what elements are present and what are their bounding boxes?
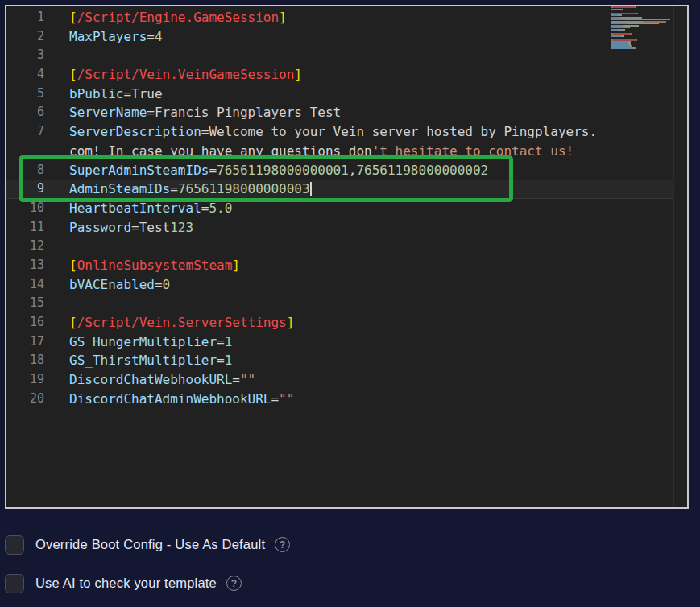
code-line-2[interactable]: 2MaxPlayers=4 (6, 27, 673, 47)
token-key: bVACEnabled (69, 277, 155, 292)
minimap[interactable] (611, 6, 673, 49)
token-key: ServerName (69, 105, 147, 120)
line-number: 13 (6, 256, 44, 275)
code-editor[interactable]: 1[/Script/Engine.GameSession]2MaxPlayers… (5, 5, 689, 509)
token-string: "" (279, 391, 294, 407)
code-line-15[interactable]: 15 (6, 294, 673, 313)
line-number: 3 (6, 46, 44, 65)
line-number: 18 (6, 351, 44, 370)
code-text: AdminSteamIDs=76561198000000003 (44, 180, 673, 199)
token-plain: = (232, 372, 240, 387)
token-key: Password (69, 220, 131, 235)
token-section: OnlineSubsystemSteam (77, 258, 233, 273)
code-line-1[interactable]: 1[/Script/Engine.GameSession] (6, 8, 673, 27)
token-plain: , (349, 163, 357, 178)
code-text: ServerName=Francis Pingplayers Test (44, 103, 673, 122)
token-section: /Script/Vein.ServerSettings (77, 315, 287, 330)
code-text: [/Script/Vein.VeinGameSession] (44, 65, 673, 85)
token-plain: = (217, 334, 225, 349)
line-number: 14 (6, 275, 44, 295)
code-text: HeartbeatInterval=5.0 (44, 199, 673, 218)
token-number: 76561198000000002 (356, 163, 488, 178)
line-number: 5 (6, 85, 44, 104)
token-number: 0 (163, 277, 171, 292)
code-line-10[interactable]: 10HeartbeatInterval=5.0 (6, 199, 673, 218)
line-number: 19 (6, 370, 44, 390)
token-plain: = (155, 277, 163, 292)
token-key: HeartbeatInterval (69, 200, 201, 216)
token-key: bPublic (69, 86, 123, 101)
code-line-18[interactable]: 18GS_ThirstMultiplier=1 (6, 351, 673, 370)
line-number: 10 (6, 199, 44, 218)
token-bracket: [ (69, 10, 77, 25)
line-number: 9 (6, 180, 44, 199)
code-line-14[interactable]: 14bVACEnabled=0 (6, 275, 673, 295)
scrollbar-divider (673, 6, 674, 507)
token-bracket: ] (294, 67, 302, 82)
code-text (44, 46, 673, 65)
line-number: 15 (6, 294, 44, 313)
code-line-9[interactable]: 9AdminSteamIDs=76561198000000003 (6, 180, 673, 199)
token-number: 1 (225, 334, 233, 349)
line-number: 16 (6, 313, 44, 332)
token-key: ServerDescription (69, 124, 201, 139)
token-bracket: [ (69, 67, 77, 82)
token-string: 't hesitate to contact us! (372, 143, 574, 159)
minimap-line (611, 47, 673, 50)
token-number: 76561198000000003 (178, 181, 310, 196)
token-section: /Script/Vein.VeinGameSession (77, 67, 295, 82)
line-number: 1 (6, 8, 44, 27)
code-line-8[interactable]: 8SuperAdminSteamIDs=76561198000000001,76… (6, 161, 673, 180)
code-text: [OnlineSubsystemSteam] (44, 256, 673, 275)
token-number: 76561198000000001 (217, 163, 349, 178)
code-line-11[interactable]: 11Password=Test123 (6, 218, 673, 237)
code-line-12[interactable]: 12 (6, 237, 673, 256)
option-row-override-boot-config: Override Boot Config - Use As Default? (5, 535, 290, 555)
code-line-19[interactable]: 19DiscordChatWebhookURL="" (6, 370, 673, 390)
token-section: /Script/Engine.GameSession (77, 10, 279, 25)
code-line-4[interactable]: 4[/Script/Vein.VeinGameSession] (6, 65, 673, 85)
token-plain: = (201, 200, 209, 216)
code-text: bVACEnabled=0 (44, 275, 673, 295)
checkbox-override-boot-config[interactable] (5, 535, 24, 555)
options-section: Override Boot Config - Use As Default?Us… (5, 535, 290, 593)
line-number: 2 (6, 27, 44, 47)
token-bracket: ] (279, 10, 287, 25)
token-plain: = (217, 353, 225, 368)
token-plain: com! In case you have any questions don (69, 143, 372, 159)
help-icon[interactable]: ? (226, 576, 242, 591)
token-number: 1 (225, 353, 233, 368)
code-text: GS_HungerMultiplier=1 (44, 332, 673, 352)
token-plain: True (131, 86, 163, 101)
code-text: com! In case you have any questions don'… (44, 142, 673, 161)
token-bracket: ] (287, 315, 295, 330)
code-line-13[interactable]: 13[OnlineSubsystemSteam] (6, 256, 673, 275)
code-lines: 1[/Script/Engine.GameSession]2MaxPlayers… (6, 8, 673, 408)
line-number: 4 (6, 65, 44, 85)
code-line-7[interactable]: 7ServerDescription=Welcome to your Vein … (6, 122, 673, 142)
code-text: GS_ThirstMultiplier=1 (44, 351, 673, 370)
token-key: AdminSteamIDs (69, 181, 170, 196)
option-label-override-boot-config: Override Boot Config - Use As Default (35, 537, 265, 552)
code-line-3[interactable]: 3 (6, 46, 673, 65)
code-line-6[interactable]: 6ServerName=Francis Pingplayers Test (6, 103, 673, 122)
token-plain: Test (139, 220, 171, 235)
token-plain: = (271, 391, 279, 407)
code-text: DiscordChatWebhookURL="" (44, 370, 673, 390)
token-number: 5.0 (209, 200, 232, 216)
code-line-20[interactable]: 20DiscordChatAdminWebhookURL="" (6, 390, 673, 409)
code-text: DiscordChatAdminWebhookURL="" (44, 390, 673, 409)
code-line-16[interactable]: 16[/Script/Vein.ServerSettings] (6, 313, 673, 332)
code-line-wrap[interactable]: com! In case you have any questions don'… (6, 142, 673, 161)
token-number: 123 (170, 220, 193, 235)
token-key: DiscordChatWebhookURL (69, 372, 232, 387)
line-number: 8 (6, 161, 44, 180)
token-number: 4 (155, 29, 163, 44)
help-icon[interactable]: ? (275, 537, 290, 552)
checkbox-use-ai-check[interactable] (5, 574, 24, 593)
option-row-use-ai-check: Use AI to check your template? (5, 573, 290, 593)
line-number: 20 (6, 390, 44, 409)
code-line-17[interactable]: 17GS_HungerMultiplier=1 (6, 332, 673, 352)
code-line-5[interactable]: 5bPublic=True (6, 85, 673, 104)
token-plain: = (131, 220, 139, 235)
